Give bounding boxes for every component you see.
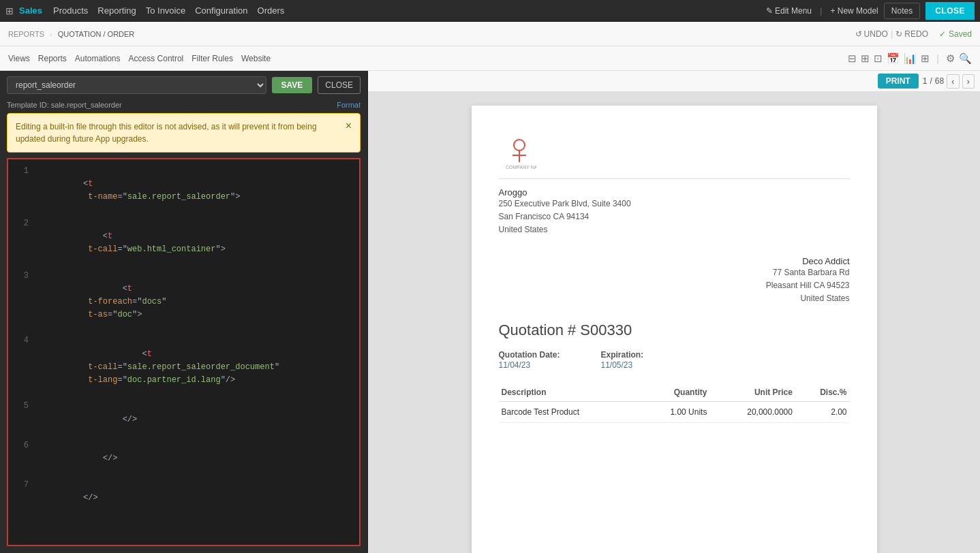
top-close-button[interactable]: CLOSE	[925, 2, 975, 20]
print-button[interactable]: PRINT	[878, 74, 919, 89]
code-line-4: 4 <t t-call="sale.report_saleorder_docum…	[16, 334, 351, 400]
third-toolbar: Views Reports Automations Access Control…	[0, 46, 980, 71]
company-address: 250 Executive Park Blvd, Suite 3400 San …	[499, 198, 850, 237]
notes-button[interactable]: Notes	[884, 3, 920, 19]
page-navigation: 1 / 68 ‹ ›	[923, 74, 975, 89]
table-icon[interactable]: ⊞	[921, 52, 930, 65]
expiration-item: Expiration: 11/05/23	[601, 350, 644, 370]
list-view-icon[interactable]: ⊟	[848, 52, 857, 65]
warning-close-button[interactable]: ×	[346, 121, 352, 131]
chart-icon[interactable]: 📊	[904, 52, 917, 65]
row-unit-price: 20,000.0000	[709, 402, 795, 423]
code-line-7: 7 </>	[16, 479, 351, 518]
editor-header: report_saleorder SAVE CLOSE	[0, 71, 367, 99]
nav-orders[interactable]: Orders	[258, 3, 285, 18]
company-logo: COMPANY NAME	[499, 133, 540, 170]
svg-point-0	[514, 140, 525, 151]
nav-products[interactable]: Products	[53, 3, 88, 18]
editor-close-button[interactable]: CLOSE	[318, 76, 361, 94]
expiration-value: 11/05/23	[601, 360, 633, 370]
preview-content: COMPANY NAME Aroggo 250 Executive Park B…	[368, 92, 980, 553]
warning-text: Editing a built-in file through this edi…	[16, 121, 339, 145]
template-select[interactable]: report_saleorder	[7, 76, 266, 94]
calendar-icon[interactable]: 📅	[887, 52, 900, 65]
layout-icon[interactable]: ⊡	[874, 52, 883, 65]
code-line-3: 3 <t t-foreach="docs" t-as="doc">	[16, 270, 351, 335]
customer-info: Deco Addict 77 Santa Barbara Rd Pleasant…	[766, 256, 850, 306]
quotation-breadcrumb[interactable]: QUOTATION / ORDER	[58, 30, 135, 38]
website-link[interactable]: Website	[241, 54, 271, 63]
settings-icon[interactable]: ⚙	[946, 52, 955, 65]
undo-button[interactable]: ↺ UNDO	[855, 29, 888, 39]
access-control-link[interactable]: Access Control	[129, 54, 184, 63]
nav-configuration[interactable]: Configuration	[195, 3, 247, 18]
apps-icon[interactable]: ⊞	[5, 5, 14, 16]
views-link[interactable]: Views	[8, 54, 30, 63]
view-toggle-icons: ⊟ ⊞ ⊡ 📅 📊 ⊞ | ⚙ 🔍	[848, 52, 972, 65]
code-line-5: 5 </>	[16, 400, 351, 439]
code-line-6: 6 </>	[16, 439, 351, 479]
page-total: 68	[935, 76, 944, 86]
company-info: Aroggo 250 Executive Park Blvd, Suite 34…	[499, 187, 850, 237]
checkmark-icon: ✓	[939, 29, 946, 39]
save-button[interactable]: SAVE	[272, 77, 313, 93]
reports-breadcrumb[interactable]: REPORTS	[8, 30, 44, 38]
right-section: PRINT 1 / 68 ‹ › COMPANY NAME	[368, 71, 980, 553]
page-current: 1	[923, 76, 928, 86]
code-editor[interactable]: 1 <t t-name="sale.report_saleorder"> 2 <…	[7, 158, 361, 546]
saved-status: ✓ Saved	[939, 29, 972, 39]
table-row: Barcode Test Product 1.00 Units 20,000.0…	[499, 402, 850, 423]
new-model-link[interactable]: + New Model	[830, 6, 878, 16]
quotation-date-label: Quotation Date:	[499, 350, 560, 360]
expiration-label: Expiration:	[601, 350, 644, 360]
customer-name: Deco Addict	[766, 256, 850, 266]
filter-rules-link[interactable]: Filter Rules	[192, 54, 233, 63]
grid-view-icon[interactable]: ⊞	[861, 52, 870, 65]
reports-link[interactable]: Reports	[38, 54, 67, 63]
page-prev-button[interactable]: ‹	[947, 74, 959, 89]
nav-reporting[interactable]: Reporting	[97, 3, 136, 18]
undo-redo-group: ↺ UNDO | ↻ REDO	[855, 29, 928, 39]
redo-icon: ↻	[895, 29, 902, 39]
second-toolbar: REPORTS › QUOTATION / ORDER ↺ UNDO | ↻ R…	[0, 22, 980, 46]
col-description: Description	[499, 383, 639, 402]
col-unit-price: Unit Price	[709, 383, 795, 402]
code-line-2: 2 <t t-call="web.html_container">	[16, 217, 351, 270]
search-icon[interactable]: 🔍	[959, 52, 972, 65]
automations-link[interactable]: Automations	[75, 54, 121, 63]
template-id-bar: Template ID: sale.report_saleorder Forma…	[0, 99, 367, 113]
quotation-date-item: Quotation Date: 11/04/23	[499, 350, 560, 370]
template-id-text: Template ID: sale.report_saleorder	[7, 101, 122, 109]
customer-address: 77 Santa Barbara Rd Pleasant Hill CA 945…	[766, 266, 850, 306]
main-area: report_saleorder SAVE CLOSE Template ID:…	[0, 71, 980, 553]
edit-menu-link[interactable]: ✎ Edit Menu	[766, 6, 812, 16]
page-next-button[interactable]: ›	[962, 74, 975, 89]
top-navigation: ⊞ Sales Products Reporting To Invoice Co…	[0, 0, 980, 22]
row-description: Barcode Test Product	[499, 402, 639, 423]
row-disc: 2.00	[795, 402, 850, 423]
preview-topbar: PRINT 1 / 68 ‹ ›	[368, 71, 980, 92]
quotation-meta: Quotation Date: 11/04/23 Expiration: 11/…	[499, 350, 850, 370]
code-line-1: 1 <t t-name="sale.report_saleorder">	[16, 165, 351, 217]
nav-to-invoice[interactable]: To Invoice	[146, 3, 186, 18]
format-link[interactable]: Format	[337, 101, 361, 109]
col-disc: Disc.%	[795, 383, 850, 402]
redo-button[interactable]: ↻ REDO	[895, 29, 928, 39]
breadcrumb-sep: ›	[50, 30, 52, 38]
col-quantity: Quantity	[639, 383, 709, 402]
svg-text:COMPANY NAME: COMPANY NAME	[506, 165, 536, 169]
document-preview: COMPANY NAME Aroggo 250 Executive Park B…	[472, 106, 877, 553]
row-quantity: 1.00 Units	[639, 402, 709, 423]
brand-label[interactable]: Sales	[19, 5, 42, 16]
icon-divider: |	[936, 53, 939, 64]
company-name: Aroggo	[499, 187, 850, 198]
warning-banner: Editing a built-in file through this edi…	[7, 113, 361, 153]
editor-panel: report_saleorder SAVE CLOSE Template ID:…	[0, 71, 368, 553]
quotation-table: Description Quantity Unit Price Disc.% B…	[499, 383, 850, 423]
quotation-title: Quotation # S00330	[499, 321, 850, 339]
quotation-date-value: 11/04/23	[499, 360, 531, 370]
header-divider	[499, 178, 850, 179]
undo-icon: ↺	[855, 29, 862, 39]
